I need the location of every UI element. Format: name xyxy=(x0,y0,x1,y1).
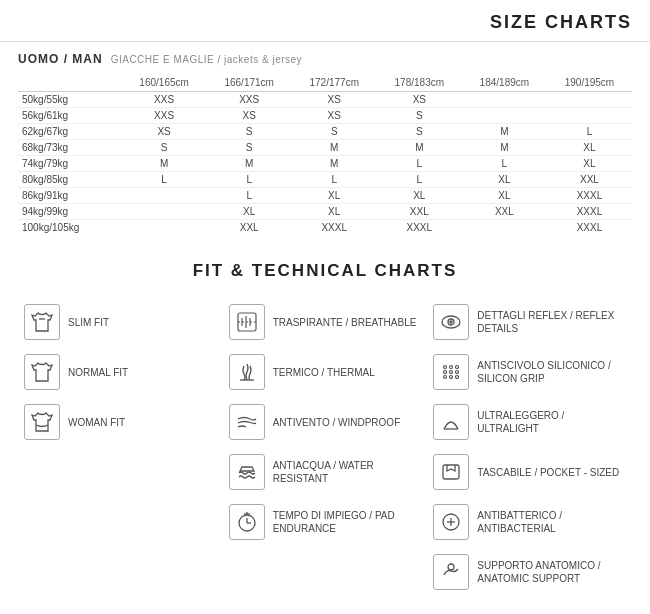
ultralight-label: ULTRALEGGERO / ULTRALIGHT xyxy=(477,409,626,435)
cell-size: L xyxy=(207,188,292,204)
fit-item-empty2 xyxy=(18,497,223,547)
fit-item-pocket: TASCABILE / POCKET - SIZED xyxy=(427,447,632,497)
fit-item-antibacterial: ANTIBATTERICO / ANTIBACTERIAL xyxy=(427,497,632,547)
cell-size: XS xyxy=(292,92,377,108)
fit-item-reflex: DETTAGLI REFLEX / REFLEX DETAILS xyxy=(427,297,632,347)
cell-size: XXL xyxy=(207,220,292,236)
slim-fit-icon xyxy=(24,304,60,340)
pocket-icon xyxy=(433,454,469,490)
cell-size: S xyxy=(377,124,462,140)
cell-size: XXS xyxy=(122,108,207,124)
tempo-icon xyxy=(229,504,265,540)
slim-fit-label: SLIM FIT xyxy=(68,316,109,329)
cell-size: M xyxy=(292,156,377,172)
fit-item-breathable: TRASPIRANTE / BREATHABLE xyxy=(223,297,428,347)
cell-size: S xyxy=(292,124,377,140)
cell-size: XS xyxy=(122,124,207,140)
windproof-icon xyxy=(229,404,265,440)
cell-weight: 94kg/99kg xyxy=(18,204,122,220)
reflex-label: DETTAGLI REFLEX / REFLEX DETAILS xyxy=(477,309,626,335)
svg-point-15 xyxy=(456,371,459,374)
cell-size: XL xyxy=(377,188,462,204)
fit-item-waterresist: ANTIACQUA / WATER RESISTANT xyxy=(223,447,428,497)
windproof-label: ANTIVENTO / WINDPROOF xyxy=(273,416,401,429)
table-row: 86kg/91kgLXLXLXLXXXL xyxy=(18,188,632,204)
cell-weight: 62kg/67kg xyxy=(18,124,122,140)
table-row: 50kg/55kgXXSXXSXSXS xyxy=(18,92,632,108)
cell-size: XL xyxy=(462,172,547,188)
fit-section: FIT & TECHNICAL CHARTS SLIM FIT TRASPIRA… xyxy=(0,245,650,607)
svg-point-18 xyxy=(456,376,459,379)
cell-size: M xyxy=(462,140,547,156)
cell-size: S xyxy=(207,140,292,156)
tempo-label: TEMPO DI IMPIEGO / PAD ENDURANCE xyxy=(273,509,422,535)
cell-weight: 68kg/73kg xyxy=(18,140,122,156)
cell-size: M xyxy=(122,156,207,172)
cell-size: XXXL xyxy=(547,204,632,220)
cell-size: M xyxy=(462,124,547,140)
fit-item-empty1 xyxy=(18,447,223,497)
cell-size: XXL xyxy=(462,204,547,220)
cell-size xyxy=(122,220,207,236)
reflex-icon xyxy=(433,304,469,340)
size-table: 160/165cm 166/171cm 172/177cm 178/183cm … xyxy=(18,74,632,235)
cell-size: XXL xyxy=(547,172,632,188)
fit-item-slim-fit: SLIM FIT xyxy=(18,297,223,347)
fit-title: FIT & TECHNICAL CHARTS xyxy=(18,255,632,281)
table-header-row: 160/165cm 166/171cm 172/177cm 178/183cm … xyxy=(18,74,632,92)
cell-size: M xyxy=(207,156,292,172)
page-title: SIZE CHARTS xyxy=(18,12,632,33)
cell-weight: 50kg/55kg xyxy=(18,92,122,108)
cell-size xyxy=(462,220,547,236)
table-row: 100kg/105kgXXLXXXLXXXLXXXL xyxy=(18,220,632,236)
cell-weight: 56kg/61kg xyxy=(18,108,122,124)
anatomic-label: SUPPORTO ANATOMICO / ANATOMIC SUPPORT xyxy=(477,559,626,585)
cell-weight: 100kg/105kg xyxy=(18,220,122,236)
cell-size: L xyxy=(207,172,292,188)
cell-size: XL xyxy=(207,204,292,220)
breathable-label: TRASPIRANTE / BREATHABLE xyxy=(273,316,417,329)
svg-rect-20 xyxy=(443,465,459,479)
cell-size xyxy=(462,92,547,108)
cell-size: L xyxy=(462,156,547,172)
svg-point-10 xyxy=(444,366,447,369)
cell-size: XS xyxy=(377,92,462,108)
cell-size: XXS xyxy=(122,92,207,108)
cell-size: XL xyxy=(547,156,632,172)
cell-size: XL xyxy=(292,188,377,204)
svg-point-11 xyxy=(450,366,453,369)
pocket-label: TASCABILE / POCKET - SIZED xyxy=(477,466,619,479)
cell-weight: 80kg/85kg xyxy=(18,172,122,188)
svg-point-8 xyxy=(450,321,452,323)
svg-point-14 xyxy=(450,371,453,374)
cell-size: L xyxy=(547,124,632,140)
col-header-160: 160/165cm xyxy=(122,74,207,92)
thermal-label: TERMICO / THERMAL xyxy=(273,366,375,379)
cell-size: XXL xyxy=(377,204,462,220)
cell-weight: 86kg/91kg xyxy=(18,188,122,204)
cell-size: M xyxy=(377,140,462,156)
fit-item-normal-fit: NORMAL FIT xyxy=(18,347,223,397)
col-header-178: 178/183cm xyxy=(377,74,462,92)
table-row: 56kg/61kgXXSXSXSS xyxy=(18,108,632,124)
thermal-icon xyxy=(229,354,265,390)
cell-size xyxy=(547,108,632,124)
svg-point-17 xyxy=(450,376,453,379)
normal-fit-label: NORMAL FIT xyxy=(68,366,128,379)
woman-fit-icon xyxy=(24,404,60,440)
category-sub: GIACCHE E MAGLIE / jackets & jersey xyxy=(111,54,302,65)
size-chart-section: UOMO / MAN GIACCHE E MAGLIE / jackets & … xyxy=(0,42,650,245)
cell-size: S xyxy=(377,108,462,124)
cell-size: XL xyxy=(547,140,632,156)
fit-item-woman-fit: WOMAN FIT xyxy=(18,397,223,447)
col-header-166: 166/171cm xyxy=(207,74,292,92)
col-header-190: 190/195cm xyxy=(547,74,632,92)
fit-item-empty4 xyxy=(223,547,428,597)
fit-grid: SLIM FIT TRASPIRANTE / BREATHABLE DETTAG… xyxy=(18,297,632,597)
cell-size: XS xyxy=(292,108,377,124)
cell-size: XS xyxy=(207,108,292,124)
table-row: 94kg/99kgXLXLXXLXXLXXXL xyxy=(18,204,632,220)
cell-size xyxy=(547,92,632,108)
cell-size: M xyxy=(292,140,377,156)
header: SIZE CHARTS xyxy=(0,0,650,42)
